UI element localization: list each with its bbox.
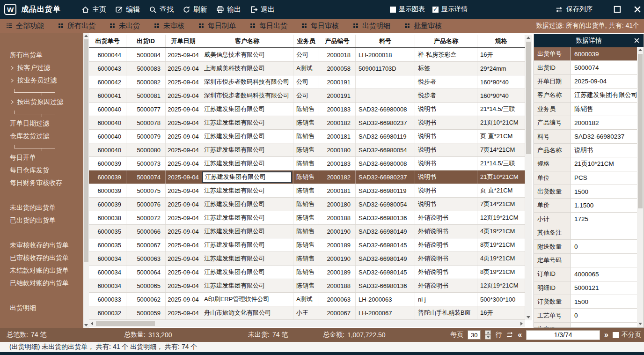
- table-cell[interactable]: SAD32-66980237: [356, 116, 415, 129]
- table-cell[interactable]: 陈销售: [293, 130, 319, 143]
- grid-scroll-up-button[interactable]: [526, 35, 531, 40]
- table-cell[interactable]: 说明书: [415, 157, 477, 170]
- table-cell[interactable]: 普陀山手礼精装B面: [415, 306, 477, 319]
- no-paging-checkbox[interactable]: 不分页: [613, 331, 641, 339]
- toolbar-item-edit[interactable]: 编辑: [114, 3, 141, 16]
- table-cell[interactable]: 7页14*21CM: [477, 143, 525, 156]
- table-cell[interactable]: 2000183: [319, 103, 356, 116]
- table-cell[interactable]: 江苏建发集团有限公司: [201, 170, 293, 184]
- table-cell[interactable]: 5000075: [126, 184, 166, 197]
- detail-row[interactable]: 客户名称江苏建发集团有限公司: [534, 89, 637, 102]
- table-cell[interactable]: 页 直*21CM: [477, 130, 525, 143]
- close-window-button[interactable]: [633, 5, 642, 14]
- table-cell[interactable]: 陈销售: [293, 266, 319, 279]
- grid-vscrollbar[interactable]: [525, 35, 532, 320]
- table-cell[interactable]: 5000083: [126, 62, 166, 75]
- sidebar-item-16[interactable]: 未审核收存的出货单: [0, 239, 83, 251]
- table-cell[interactable]: 2000063: [319, 293, 356, 306]
- table-cell[interactable]: SAD32-66980119: [356, 130, 415, 143]
- table-cell[interactable]: 外销说明书: [415, 211, 477, 224]
- page-indicator-input[interactable]: [526, 330, 600, 340]
- table-cell[interactable]: 6000034: [89, 252, 126, 265]
- table-cell[interactable]: 5000065: [126, 279, 166, 292]
- tab-7[interactable]: 出货明细: [352, 22, 390, 30]
- table-cell[interactable]: ni j: [415, 293, 477, 306]
- table-row[interactable]: 600003350000622025-09-04A印刷ERP管理软件公司A测试2…: [89, 293, 525, 306]
- table-cell[interactable]: 陈销售: [293, 170, 319, 184]
- detail-row[interactable]: 订单ID4000065: [534, 267, 637, 281]
- table-cell[interactable]: 江苏建发集团有限公司: [201, 198, 293, 211]
- table-cell[interactable]: 21*14.5/三联: [477, 103, 525, 116]
- tab-4[interactable]: 每日制单: [198, 22, 236, 30]
- checkbox-box[interactable]: [432, 7, 439, 13]
- table-cell[interactable]: 2000180: [319, 143, 356, 156]
- table-cell[interactable]: 陈销售: [293, 211, 319, 224]
- table-cell[interactable]: 陈销售: [293, 143, 319, 156]
- detail-row[interactable]: 出货数量1500: [534, 185, 637, 199]
- table-cell[interactable]: 公司: [293, 75, 319, 89]
- table-row[interactable]: 600003250000592025-09-04舟山市旅游文化有限公司小王200…: [89, 306, 525, 320]
- grid-header-cell[interactable]: 规格: [477, 35, 525, 47]
- grid-scroll-left-button[interactable]: [89, 321, 95, 326]
- grid-hscrollbar-thumb[interactable]: [96, 321, 155, 326]
- toolbar-checkbox-0[interactable]: 显示图表: [390, 5, 425, 14]
- table-cell[interactable]: 7页14*21CM: [477, 198, 525, 211]
- table-cell[interactable]: 2025-09-04: [166, 266, 201, 279]
- next-page-button[interactable]: »: [604, 331, 608, 339]
- table-cell[interactable]: 2000190: [319, 252, 356, 265]
- table-cell[interactable]: 5000063: [126, 252, 166, 265]
- table-cell[interactable]: 5000067: [126, 238, 166, 251]
- sidebar-item-10[interactable]: 每日仓库发货: [0, 164, 83, 177]
- grid-header-cell[interactable]: 业务员: [293, 35, 319, 47]
- table-cell[interactable]: 江苏建发集团有限公司: [201, 211, 293, 224]
- table-cell[interactable]: 5000084: [126, 48, 166, 61]
- grid-scroll-down-button[interactable]: [526, 314, 531, 320]
- table-cell[interactable]: 外销说明书: [415, 225, 477, 238]
- table-cell[interactable]: 外销说明书: [415, 266, 477, 279]
- table-row[interactable]: 600003450000652025-09-04江苏建发集团有限公司陈销售200…: [89, 279, 525, 293]
- toolbar-item-search[interactable]: 查找: [148, 3, 175, 16]
- table-cell[interactable]: A测试: [293, 62, 319, 75]
- table-cell[interactable]: 5000074: [126, 170, 166, 184]
- table-cell[interactable]: 2025-09-04: [166, 130, 201, 143]
- sidebar-item-1[interactable]: 按客户过滤: [0, 61, 83, 74]
- tab-5[interactable]: 每日出货: [249, 22, 287, 30]
- page-size-up-button[interactable]: [485, 330, 491, 335]
- table-cell[interactable]: 2000191: [319, 75, 356, 89]
- grid-header-cell[interactable]: 料号: [356, 35, 415, 47]
- table-cell[interactable]: SAD32-66980237: [356, 170, 415, 184]
- table-row[interactable]: 600004250000822025-09-04深圳市悦步者数码科技有限公司公司…: [89, 75, 525, 89]
- table-cell[interactable]: 5000073: [126, 157, 166, 170]
- tab-2[interactable]: 未出货: [109, 22, 140, 30]
- tab-0[interactable]: 全部功能: [6, 22, 44, 30]
- table-row[interactable]: 600003950000742025-09-04江苏建发集团有限公司陈销售200…: [89, 170, 525, 184]
- table-cell[interactable]: SAD32-66980054: [356, 198, 415, 211]
- table-cell[interactable]: 5000076: [126, 198, 166, 211]
- table-row[interactable]: 600004050000782025-09-04江苏建发集团有限公司陈销售200…: [89, 116, 525, 130]
- table-cell[interactable]: 5000062: [126, 293, 166, 306]
- sidebar-scroll-up-button[interactable]: [83, 33, 89, 38]
- table-cell[interactable]: 外销说明书: [415, 238, 477, 251]
- table-cell[interactable]: 6000035: [89, 238, 126, 251]
- table-cell[interactable]: 8页19*21CM: [477, 238, 525, 251]
- table-cell[interactable]: SAD32-66980008: [356, 157, 415, 170]
- table-cell[interactable]: SAD32-66980136: [356, 211, 415, 224]
- table-cell[interactable]: 悦步者: [415, 75, 477, 89]
- table-cell[interactable]: 2000189: [319, 266, 356, 279]
- table-cell[interactable]: 2000189: [319, 238, 356, 251]
- table-cell[interactable]: 12页19*21CM: [477, 211, 525, 224]
- detail-row[interactable]: 生产ID0: [534, 323, 637, 327]
- table-cell[interactable]: 江苏建发集团有限公司: [201, 279, 293, 292]
- table-cell[interactable]: 说明书: [415, 184, 477, 197]
- table-cell[interactable]: 2025-09-04: [166, 157, 201, 170]
- sidebar-item-0[interactable]: 所有出货单: [0, 49, 83, 61]
- sidebar-item-11[interactable]: 每日财务审核收存: [0, 177, 83, 189]
- table-cell[interactable]: 说明书: [415, 143, 477, 156]
- table-row[interactable]: 600003450000632025-09-04江苏建发集团有限公司陈销售200…: [89, 252, 525, 266]
- table-cell[interactable]: 6000039: [89, 157, 126, 170]
- table-cell[interactable]: 5000064: [126, 266, 166, 279]
- table-cell[interactable]: 6000033: [89, 293, 126, 306]
- detail-row[interactable]: 规格21页10*21CM: [534, 157, 637, 171]
- table-cell[interactable]: 说明书: [415, 116, 477, 129]
- table-row[interactable]: 600003950000762025-09-04江苏建发集团有限公司陈销售200…: [89, 198, 525, 211]
